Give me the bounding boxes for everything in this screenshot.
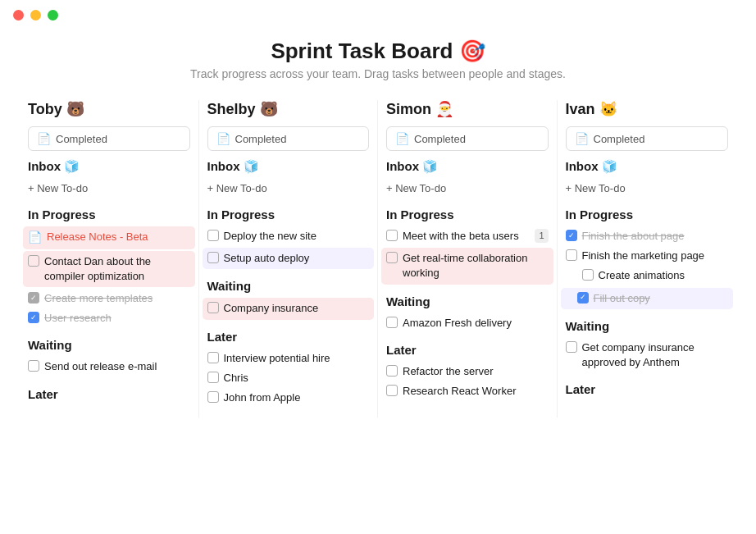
column-ivan: Ivan 🐱📄CompletedInbox 🧊+ New To-doIn Pro… xyxy=(558,100,737,418)
task-checkbox[interactable] xyxy=(28,255,39,267)
task-text: Amazon Fresh delivery xyxy=(403,316,549,331)
task-item: Refactor the server xyxy=(386,362,549,381)
section-later: Later xyxy=(28,387,190,401)
task-text: Release Notes - Beta xyxy=(47,230,190,244)
task-checkbox[interactable] xyxy=(566,230,577,241)
task-checkbox[interactable] xyxy=(28,292,39,304)
task-text: Get company insurance approved by Anthem xyxy=(582,340,729,370)
section-title: In Progress xyxy=(386,208,549,221)
completed-box[interactable]: 📄Completed xyxy=(207,126,370,151)
page-title: Sprint Task Board 🎯 xyxy=(0,39,756,64)
task-text: Finish the about page xyxy=(582,229,729,244)
section-waiting: WaitingAmazon Fresh delivery xyxy=(386,294,549,333)
task-item: Chris xyxy=(207,368,370,388)
task-text: Contact Dan about the compiler optimizat… xyxy=(44,254,190,284)
page-header: Sprint Task Board 🎯 Track progress acros… xyxy=(0,30,756,85)
completed-label: Completed xyxy=(414,133,466,145)
section-title: Waiting xyxy=(207,279,370,293)
inbox-section: Inbox 🧊+ New To-do xyxy=(386,159,549,198)
new-todo-button[interactable]: + New To-do xyxy=(386,179,446,198)
completed-box[interactable]: 📄Completed xyxy=(386,126,549,151)
inbox-title: Inbox 🧊 xyxy=(566,159,729,174)
doc-icon: 📄 xyxy=(216,132,230,145)
task-item: John from Apple xyxy=(207,388,370,408)
inbox-section: Inbox 🧊+ New To-do xyxy=(566,159,729,198)
completed-box[interactable]: 📄Completed xyxy=(566,126,729,151)
task-text: Get real-time collaboration working xyxy=(403,251,549,281)
new-todo-button[interactable]: + New To-do xyxy=(28,179,88,198)
task-text: Fill out copy xyxy=(594,291,729,306)
task-checkbox[interactable] xyxy=(207,352,219,363)
task-item: Finish the marketing page xyxy=(566,246,729,266)
task-text: Send out release e-mail xyxy=(44,359,190,374)
completed-label: Completed xyxy=(594,133,645,145)
task-checkbox[interactable] xyxy=(577,292,589,304)
traffic-light-yellow[interactable] xyxy=(30,10,41,21)
task-checkbox[interactable] xyxy=(386,230,398,241)
board: Toby 🐻📄CompletedInbox 🧊+ New To-doIn Pro… xyxy=(0,85,756,418)
section-waiting: WaitingGet company insurance approved by… xyxy=(566,319,729,372)
new-todo-button[interactable]: + New To-do xyxy=(207,179,267,198)
task-checkbox[interactable] xyxy=(566,341,577,353)
section-in-progress: In ProgressFinish the about pageFinish t… xyxy=(566,208,729,309)
task-item: Create more templates xyxy=(28,289,190,308)
completed-box[interactable]: 📄Completed xyxy=(28,126,190,151)
column-header-simon: Simon 🎅 xyxy=(386,100,549,118)
task-item: Interview potential hire xyxy=(207,349,370,368)
task-text: Deploy the new site xyxy=(224,229,370,244)
task-item: Send out release e-mail xyxy=(28,357,190,377)
task-checkbox[interactable] xyxy=(207,230,219,241)
task-badge: 1 xyxy=(535,229,548,243)
section-in-progress: In Progress📄Release Notes - BetaContact … xyxy=(28,208,190,328)
task-checkbox[interactable] xyxy=(207,372,219,383)
task-checkbox[interactable] xyxy=(207,391,219,403)
section-later: LaterInterview potential hireChrisJohn f… xyxy=(207,330,370,408)
traffic-light-red[interactable] xyxy=(13,10,24,21)
task-item: Get company insurance approved by Anthem xyxy=(566,338,729,372)
traffic-light-green[interactable] xyxy=(48,10,58,21)
inbox-title: Inbox 🧊 xyxy=(28,159,190,174)
section-title: In Progress xyxy=(566,208,729,221)
new-todo-button[interactable]: + New To-do xyxy=(566,179,626,198)
task-checkbox[interactable] xyxy=(386,365,398,377)
task-checkbox[interactable] xyxy=(582,269,594,281)
column-header-ivan: Ivan 🐱 xyxy=(566,100,729,118)
task-text: User research xyxy=(44,311,190,326)
task-text: Meet with the beta users xyxy=(403,229,530,244)
task-text: John from Apple xyxy=(224,390,370,405)
task-item: Finish the about page xyxy=(566,226,729,246)
doc-icon: 📄 xyxy=(37,132,51,145)
task-checkbox[interactable] xyxy=(28,312,39,323)
task-checkbox[interactable] xyxy=(207,252,219,263)
task-item: Get real-time collaboration working xyxy=(381,248,553,284)
section-title: Later xyxy=(386,343,549,357)
section-later: Later xyxy=(566,382,729,396)
doc-icon: 📄 xyxy=(395,132,409,145)
column-shelby: Shelby 🐻📄CompletedInbox 🧊+ New To-doIn P… xyxy=(199,100,379,418)
task-text: Finish the marketing page xyxy=(582,249,729,263)
task-item: Amazon Fresh delivery xyxy=(386,313,549,333)
task-checkbox[interactable] xyxy=(386,385,398,396)
task-item: Company insurance xyxy=(203,298,375,319)
page-subtitle: Track progress across your team. Drag ta… xyxy=(0,67,756,80)
task-item: 📄Release Notes - Beta xyxy=(23,226,195,249)
task-item: Deploy the new site xyxy=(207,226,370,246)
column-header-toby: Toby 🐻 xyxy=(28,100,190,118)
task-item: Create animations xyxy=(566,266,729,285)
section-in-progress: In ProgressMeet with the beta users1Get … xyxy=(386,208,549,285)
task-text: Create more templates xyxy=(44,291,190,306)
column-header-shelby: Shelby 🐻 xyxy=(207,100,370,118)
task-checkbox[interactable] xyxy=(28,360,39,372)
task-text: Setup auto deploy xyxy=(224,251,370,266)
task-text: Create animations xyxy=(599,268,729,283)
task-text: Company insurance xyxy=(224,301,370,316)
section-title: Later xyxy=(566,382,729,396)
task-checkbox[interactable] xyxy=(207,302,219,313)
task-checkbox[interactable] xyxy=(386,252,398,263)
title-bar xyxy=(0,0,756,30)
task-item: Research React Worker xyxy=(386,381,549,401)
task-checkbox[interactable] xyxy=(566,249,577,261)
task-text: Research React Worker xyxy=(403,384,549,399)
inbox-section: Inbox 🧊+ New To-do xyxy=(28,159,190,198)
task-checkbox[interactable] xyxy=(386,317,398,328)
